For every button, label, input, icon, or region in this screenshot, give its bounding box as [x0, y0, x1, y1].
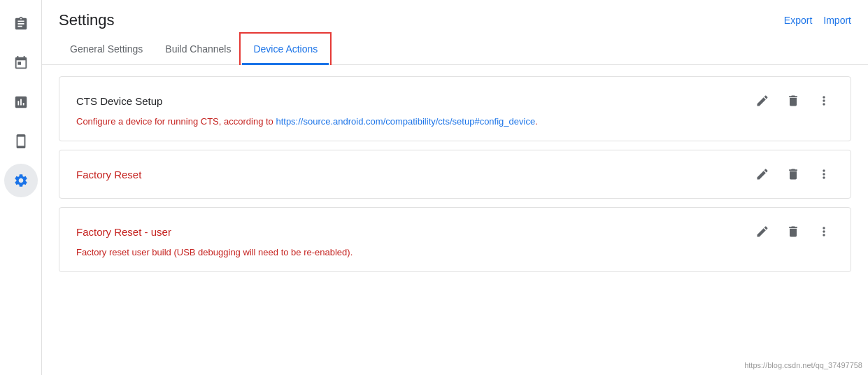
- analytics-icon: [13, 94, 29, 110]
- card-actions: [753, 164, 834, 184]
- header: Settings Export Import: [42, 0, 868, 29]
- tab-device-actions[interactable]: Device Actions: [242, 35, 329, 65]
- more-vert-icon: [817, 225, 831, 239]
- edit-button[interactable]: [753, 91, 772, 111]
- sidebar: [0, 0, 42, 375]
- card-description: Configure a device for running CTS, acco…: [76, 116, 834, 127]
- delete-button[interactable]: [783, 164, 803, 184]
- sidebar-item-device[interactable]: [4, 125, 38, 158]
- page-title: Settings: [59, 11, 115, 29]
- card-actions: [753, 222, 834, 241]
- action-card-factory-reset: Factory Reset: [59, 150, 851, 199]
- pencil-icon: [755, 94, 769, 108]
- import-link[interactable]: Import: [823, 15, 851, 26]
- edit-button[interactable]: [753, 222, 772, 241]
- trash-icon: [786, 94, 800, 108]
- trash-icon: [786, 167, 800, 181]
- sidebar-item-settings[interactable]: [4, 164, 38, 197]
- action-card-cts-device-setup: CTS Device Setup: [59, 76, 851, 141]
- pencil-icon: [755, 225, 769, 239]
- header-actions: Export Import: [784, 15, 851, 26]
- more-vert-icon: [817, 167, 831, 181]
- card-actions: [753, 91, 834, 111]
- more-button[interactable]: [814, 164, 834, 184]
- tab-general-settings[interactable]: General Settings: [59, 35, 154, 65]
- card-title: CTS Device Setup: [76, 95, 162, 107]
- card-header: Factory Reset: [76, 164, 834, 184]
- card-header: Factory Reset - user: [76, 222, 834, 241]
- sidebar-item-analytics[interactable]: [4, 85, 38, 119]
- sidebar-item-tasks[interactable]: [4, 7, 38, 41]
- edit-button[interactable]: [753, 164, 772, 184]
- cts-link[interactable]: https://source.android.com/compatibility…: [276, 116, 535, 127]
- more-button[interactable]: [814, 91, 834, 111]
- card-title: Factory Reset - user: [76, 226, 171, 238]
- export-link[interactable]: Export: [784, 15, 812, 26]
- card-title: Factory Reset: [76, 169, 141, 181]
- more-vert-icon: [817, 94, 831, 108]
- sidebar-item-calendar[interactable]: [4, 46, 38, 80]
- more-button[interactable]: [814, 222, 834, 241]
- content-area: CTS Device Setup: [42, 65, 868, 375]
- trash-icon: [786, 225, 800, 239]
- app-container: Settings Export Import General Settings …: [0, 0, 868, 375]
- pencil-icon: [755, 167, 769, 181]
- delete-button[interactable]: [783, 91, 803, 111]
- action-card-factory-reset-user: Factory Reset - user: [59, 207, 851, 272]
- card-header: CTS Device Setup: [76, 91, 834, 111]
- card-description: Factory reset user build (USB debugging …: [76, 247, 834, 257]
- device-icon: [13, 134, 29, 149]
- calendar-icon: [13, 55, 29, 71]
- tab-build-channels[interactable]: Build Channels: [154, 35, 242, 65]
- tabs-container: General Settings Build Channels Device A…: [42, 35, 868, 65]
- tasks-icon: [13, 16, 29, 31]
- settings-icon: [13, 173, 29, 188]
- watermark: https://blog.csdn.net/qq_37497758: [744, 361, 862, 369]
- main-content: Settings Export Import General Settings …: [42, 0, 868, 375]
- delete-button[interactable]: [783, 222, 803, 241]
